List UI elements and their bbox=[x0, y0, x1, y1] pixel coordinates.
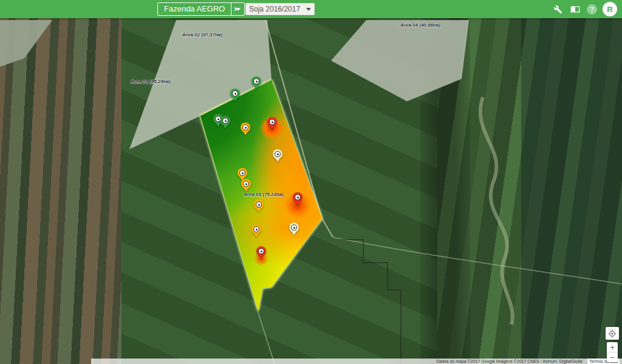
pin-dot-icon bbox=[261, 251, 262, 252]
user-avatar[interactable]: R bbox=[603, 2, 617, 16]
pin-body bbox=[241, 179, 251, 189]
pin-face bbox=[269, 119, 275, 125]
sample-pin-red[interactable] bbox=[293, 192, 302, 206]
pin-face bbox=[258, 248, 264, 254]
topbar: Fazenda AEGRO › Soja 2016/2017 ? bbox=[0, 0, 622, 18]
pin-body bbox=[256, 246, 266, 256]
pin-face bbox=[253, 226, 259, 232]
pin-face bbox=[222, 118, 228, 124]
chevron-down-icon bbox=[306, 8, 311, 11]
my-location-button[interactable] bbox=[606, 327, 619, 340]
map-attribution: Dados do mapa ©2017 Google Imagens ©2017… bbox=[91, 359, 622, 364]
season-selector-dropdown[interactable]: Soja 2016/2017 bbox=[245, 3, 315, 15]
pin-face bbox=[291, 224, 297, 231]
pin-dot-icon bbox=[256, 81, 258, 83]
attribution-text: Dados do mapa ©2017 Google Imagens ©2017… bbox=[436, 359, 583, 364]
pin-dot-icon bbox=[234, 93, 236, 95]
farm-selector-label: Fazenda AEGRO bbox=[158, 3, 231, 15]
satellite-map[interactable]: Área 02 (97,37ha)Área 04 (40,98ha)Área 0… bbox=[0, 18, 622, 364]
pin-dot-icon bbox=[217, 118, 219, 120]
sample-pin-yellow[interactable] bbox=[241, 179, 251, 193]
zoom-out-button[interactable]: − bbox=[607, 352, 618, 362]
pin-dot-icon bbox=[242, 172, 244, 174]
pin-dot-icon bbox=[245, 183, 247, 185]
pin-face bbox=[232, 90, 238, 96]
pin-body bbox=[220, 116, 230, 126]
field-label-layer: Área 02 (97,37ha)Área 04 (40,98ha)Área 0… bbox=[0, 18, 622, 364]
pin-dot-icon bbox=[277, 153, 279, 155]
pin-body bbox=[251, 224, 261, 234]
pin-body bbox=[238, 168, 247, 178]
pin-dot-icon bbox=[225, 120, 227, 122]
pin-body bbox=[267, 117, 277, 127]
sample-pin-red[interactable] bbox=[267, 117, 277, 131]
farm-selector-caret-cell[interactable] bbox=[231, 3, 244, 15]
pin-dot-icon bbox=[293, 227, 295, 229]
target-icon bbox=[608, 329, 617, 338]
field-notebook-button[interactable] bbox=[569, 3, 581, 15]
pin-body bbox=[254, 200, 264, 209]
app-window: Área 02 (97,37ha)Área 04 (40,98ha)Área 0… bbox=[0, 0, 622, 364]
farm-selector-dropdown[interactable]: Fazenda AEGRO bbox=[157, 2, 245, 16]
wrench-icon bbox=[553, 5, 562, 14]
field-area-label: Área 02 (97,37ha) bbox=[182, 32, 222, 38]
breadcrumb-chevron: › bbox=[234, 4, 237, 13]
pin-face bbox=[243, 181, 249, 187]
sample-pin-green[interactable] bbox=[220, 116, 230, 130]
pin-face bbox=[256, 201, 262, 207]
season-selector-label: Soja 2016/2017 bbox=[249, 5, 300, 13]
sample-pin-yellow[interactable] bbox=[254, 200, 264, 214]
pin-dot-icon bbox=[297, 197, 299, 198]
sample-pin-red[interactable] bbox=[256, 246, 266, 260]
pin-face bbox=[239, 170, 245, 176]
topbar-actions: ? R bbox=[552, 0, 620, 18]
sample-pin-green[interactable] bbox=[251, 76, 261, 90]
avatar-initial: R bbox=[607, 5, 612, 14]
field-area-label: Área 01 (95,29ha) bbox=[131, 79, 171, 84]
tools-button[interactable] bbox=[552, 3, 564, 15]
pin-body bbox=[289, 223, 299, 232]
question-mark-icon: ? bbox=[590, 5, 594, 13]
pin-face bbox=[242, 124, 248, 130]
help-button[interactable]: ? bbox=[587, 4, 597, 15]
sample-pin-pale[interactable] bbox=[273, 149, 282, 163]
sample-pin-green[interactable] bbox=[230, 89, 240, 103]
pin-dot-icon bbox=[245, 127, 247, 129]
sample-pin-yellow[interactable] bbox=[251, 224, 261, 238]
pin-face bbox=[275, 151, 281, 157]
zoom-control: + − bbox=[607, 342, 618, 362]
pin-body bbox=[273, 149, 282, 159]
zoom-in-button[interactable]: + bbox=[607, 342, 618, 352]
sample-pin-yellow[interactable] bbox=[241, 123, 250, 136]
field-area-label: Área 04 (40,98ha) bbox=[400, 22, 440, 28]
book-icon bbox=[570, 4, 580, 14]
pin-body bbox=[251, 76, 261, 86]
pin-dot-icon bbox=[256, 229, 258, 231]
pin-face bbox=[253, 78, 259, 84]
sample-pin-pale[interactable] bbox=[289, 223, 299, 237]
pin-dot-icon bbox=[258, 204, 260, 206]
pin-body bbox=[241, 123, 250, 132]
pin-face bbox=[295, 194, 301, 200]
pin-dot-icon bbox=[272, 121, 273, 123]
pin-body bbox=[293, 192, 302, 202]
pin-body bbox=[230, 89, 240, 98]
